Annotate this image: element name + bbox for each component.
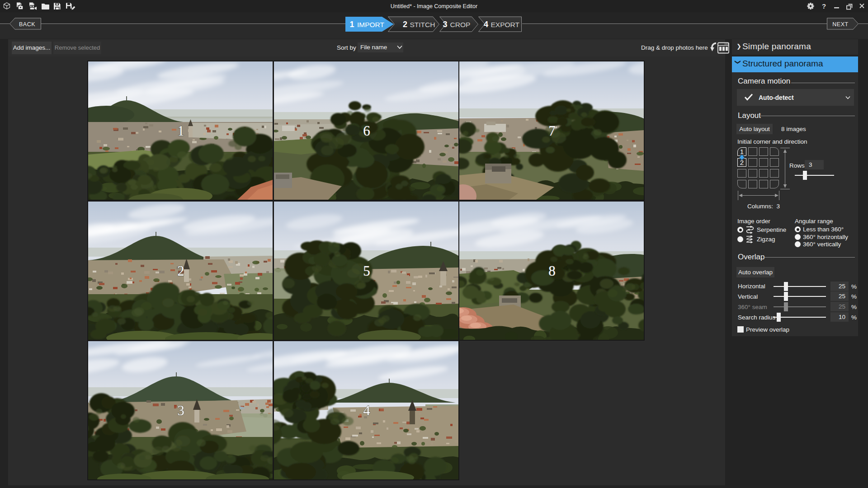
svg-text:5: 5 [363,263,370,279]
svg-text:EXPORT: EXPORT [491,21,520,28]
svg-text:IMPORT: IMPORT [357,21,385,28]
svg-text:6: 6 [363,123,370,139]
svg-text:2: 2 [403,20,407,29]
svg-text:STITCH: STITCH [410,21,435,28]
svg-text:2: 2 [177,263,184,279]
svg-text:1: 1 [177,123,184,139]
svg-text:NEXT: NEXT [832,21,848,28]
svg-text:3: 3 [443,20,448,29]
svg-text:?: ? [822,2,826,10]
svg-text:4: 4 [484,20,488,29]
svg-text:4: 4 [363,403,370,418]
svg-text:BACK: BACK [19,21,35,28]
svg-text:1: 1 [350,20,354,29]
svg-text:8: 8 [548,263,556,279]
svg-text:3: 3 [177,403,184,418]
svg-text:CROP: CROP [450,21,471,28]
svg-text:7: 7 [548,123,556,139]
svg-text:1: 1 [740,148,744,155]
